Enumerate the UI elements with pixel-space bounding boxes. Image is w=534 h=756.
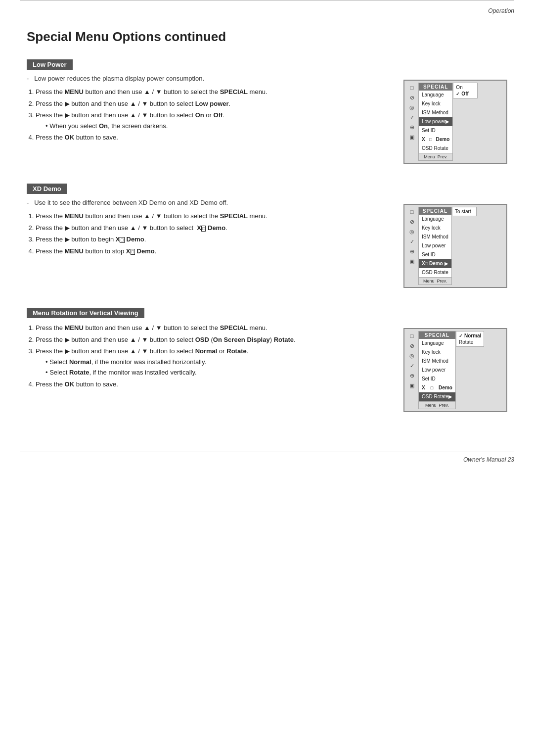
bullet-mr-3-1: Select Normal, if the monitor was instal…	[45, 357, 389, 367]
page-container: Operation Special Menu Options continued…	[0, 0, 534, 756]
step-lp-3: Press the ▶ button and then use ▲ / ▼ bu…	[36, 110, 389, 131]
section-menu-rotation: Menu Rotation for Vertical Viewing Press…	[27, 308, 507, 412]
section-desc-low-power: - Low power reduces the plasma display p…	[27, 75, 389, 82]
section-header-xd-demo: XD Demo	[27, 184, 67, 194]
content-area: Special Menu Options continued Low Power…	[0, 14, 534, 442]
footer: Owner's Manual 23	[0, 452, 534, 463]
sub-item-lp-on: On	[456, 84, 475, 91]
icon-mr-person: ⊘	[408, 342, 416, 350]
top-rule	[20, 0, 514, 4]
sub-panel-xd: To start	[452, 207, 477, 216]
icon-lp-rect: ▣	[408, 133, 416, 141]
screen-mockup-low-power: □ ⊘ ◎ ✓ ⊕ ▣ SPECIAL Language Key lock	[403, 80, 507, 164]
icon-xd-check: ✓	[408, 237, 416, 245]
dash-xd-demo: -	[27, 199, 33, 206]
icon-xd-plus: ⊕	[408, 247, 416, 255]
menu-bottom-lp: Menu Prev.	[419, 153, 452, 160]
step-xd-2: Press the ▶ button and then use ▲ / ▼ bu…	[36, 223, 389, 233]
desc-text-xd-demo: Use it to see the difference between XD …	[34, 199, 228, 206]
sub-item-mr-normal: ✓ Normal	[459, 332, 481, 339]
icon-mr-check: ✓	[408, 362, 416, 370]
sub-check-lp-off: ✓	[456, 92, 460, 96]
screen-mockup-menu-rotation: □ ⊘ ◎ ✓ ⊕ ▣ SPECIAL Language Key lock	[403, 328, 507, 412]
screen-icons-mr: □ ⊘ ◎ ✓ ⊕ ▣	[406, 331, 417, 409]
icon-lp-square: □	[408, 84, 416, 92]
section-header-menu-rotation: Menu Rotation for Vertical Viewing	[27, 308, 144, 318]
screen-panel-wrap-lp: SPECIAL Language Key lock ISM Method Low…	[418, 83, 478, 161]
menu-item-lp-osdrotate: OSD Rotate	[419, 144, 452, 153]
screen-panel-wrap-mr: SPECIAL Language Key lock ISM Method Low…	[418, 331, 484, 409]
icon-mr-rect: ▣	[408, 381, 416, 389]
menu-item-mr-keylock: Key lock	[419, 348, 455, 357]
menu-item-lp-lowpower: Low power ▶	[419, 117, 452, 126]
footer-text: Owner's Manual 23	[463, 456, 514, 463]
screen-menu-lp: SPECIAL Language Key lock ISM Method Low…	[418, 83, 453, 161]
icon-lp-plus: ⊕	[408, 123, 416, 131]
menu-item-lp-keylock: Key lock	[419, 99, 452, 108]
dash-low-power: -	[27, 75, 33, 82]
step-lp-1: Press the MENU button and then use ▲ / ▼…	[36, 87, 389, 97]
step-mr-4: Press the OK button to save.	[36, 379, 389, 389]
icon-xd-square: □	[408, 208, 416, 216]
menu-item-mr-xddemo: X□ Demo	[419, 383, 455, 392]
sub-item-lp-off-label: Off	[461, 91, 468, 96]
icon-xd-circle: ◎	[408, 228, 416, 236]
section-body-xd-demo: - Use it to see the difference between X…	[27, 199, 507, 288]
bullet-lp-3-1: When you select On, the screen darkens.	[45, 121, 389, 131]
menu-title-xd: SPECIAL	[419, 207, 451, 215]
sub-item-lp-on-label: On	[456, 85, 462, 90]
operation-label: Operation	[0, 4, 534, 14]
screen-outer-xd: □ ⊘ ◎ ✓ ⊕ ▣ SPECIAL Language Key lock	[403, 204, 507, 288]
screen-menu-mr: SPECIAL Language Key lock ISM Method Low…	[418, 331, 456, 409]
section-desc-xd-demo: - Use it to see the difference between X…	[27, 199, 389, 206]
menu-label-xd-xddemo: X□ Demo	[422, 260, 443, 267]
menu-item-mr-language: Language	[419, 339, 455, 348]
menu-item-lp-xddemo: X□ Demo	[419, 135, 452, 144]
icon-mr-plus: ⊕	[408, 372, 416, 379]
screen-icons-xd: □ ⊘ ◎ ✓ ⊕ ▣	[406, 207, 417, 285]
menu-bottom-xd: Menu Prev.	[419, 277, 451, 284]
step-mr-2: Press the ▶ button and then use ▲ / ▼ bu…	[36, 335, 389, 345]
steps-menu-rotation: Press the MENU button and then use ▲ / ▼…	[36, 323, 389, 389]
menu-item-xd-keylock: Key lock	[419, 224, 451, 233]
sub-item-mr-rotate-label: Rotate	[459, 339, 473, 345]
menu-item-lp-language: Language	[419, 91, 452, 99]
menu-item-xd-setid: Set ID	[419, 250, 451, 259]
menu-bottom-mr: Menu Prev.	[419, 401, 455, 409]
sub-item-xd-tostart: To start	[455, 208, 474, 215]
menu-arrow-xd: ▶	[445, 260, 448, 267]
section-text-xd-demo: - Use it to see the difference between X…	[27, 199, 389, 258]
menu-item-mr-setid: Set ID	[419, 375, 455, 383]
icon-lp-circle: ◎	[408, 103, 416, 111]
sub-item-xd-tostart-label: To start	[455, 209, 471, 214]
screen-menu-xd: SPECIAL Language Key lock ISM Method Low…	[418, 207, 452, 285]
sub-item-mr-rotate: Rotate	[459, 339, 481, 345]
section-body-menu-rotation: Press the MENU button and then use ▲ / ▼…	[27, 323, 507, 412]
menu-item-mr-ism: ISM Method	[419, 357, 455, 366]
steps-low-power: Press the MENU button and then use ▲ / ▼…	[36, 87, 389, 142]
menu-item-mr-osdrotate: OSD Rotate ▶	[419, 392, 455, 401]
step-lp-2: Press the ▶ button and then use ▲ / ▼ bu…	[36, 99, 389, 109]
section-xd-demo: XD Demo - Use it to see the difference b…	[27, 184, 507, 288]
icon-xd-rect: ▣	[408, 257, 416, 265]
section-low-power: Low Power - Low power reduces the plasma…	[27, 59, 507, 164]
sub-panel-lp: On ✓ Off	[453, 83, 478, 98]
page-title: Special Menu Options continued	[27, 29, 507, 45]
menu-item-mr-lowpower: Low power	[419, 366, 455, 375]
icon-mr-circle: ◎	[408, 352, 416, 360]
menu-item-xd-xddemo: X□ Demo ▶	[419, 259, 451, 268]
sub-check-mr-normal: ✓	[459, 333, 463, 338]
icon-lp-check: ✓	[408, 113, 416, 121]
menu-item-xd-language: Language	[419, 215, 451, 224]
menu-arrow-mr: ▶	[448, 393, 452, 400]
desc-text-low-power: Low power reduces the plasma display pow…	[34, 75, 204, 82]
menu-arrow-lp: ▶	[445, 118, 449, 125]
menu-label-mr-osdrotate: OSD Rotate	[422, 393, 448, 400]
icon-lp-person: ⊘	[408, 94, 416, 101]
screen-outer-mr: □ ⊘ ◎ ✓ ⊕ ▣ SPECIAL Language Key lock	[403, 328, 507, 412]
menu-item-xd-ism: ISM Method	[419, 233, 451, 241]
step-xd-4: Press the MENU button to stop X□ Demo.	[36, 246, 389, 256]
menu-item-xd-osdrotate: OSD Rotate	[419, 268, 451, 277]
icon-xd-person: ⊘	[408, 218, 416, 226]
screen-mockup-xd-demo: □ ⊘ ◎ ✓ ⊕ ▣ SPECIAL Language Key lock	[403, 204, 507, 288]
